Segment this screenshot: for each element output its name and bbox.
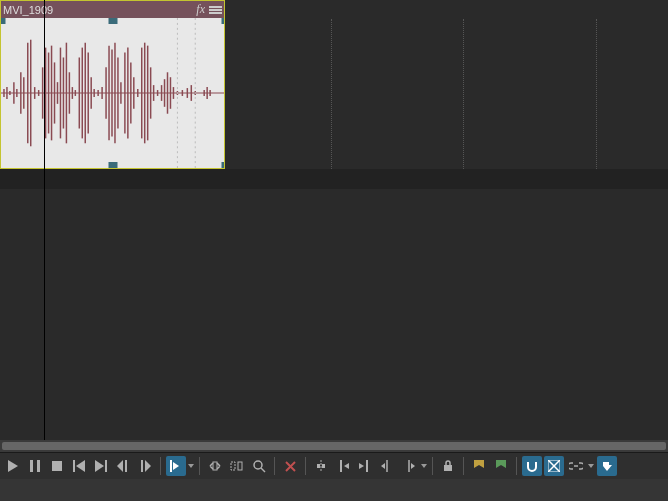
link-button[interactable]: [566, 456, 586, 476]
svg-marker-64: [8, 460, 18, 472]
mark-dropdown-icon[interactable]: [187, 464, 195, 468]
mark-in-button[interactable]: [166, 456, 186, 476]
svg-marker-77: [173, 462, 179, 470]
svg-rect-81: [238, 462, 242, 470]
step-fwd-button[interactable]: [135, 456, 155, 476]
svg-rect-79: [213, 462, 217, 470]
ripple-tool-button[interactable]: [227, 456, 247, 476]
horizontal-scrollbar[interactable]: [0, 440, 668, 452]
svg-rect-88: [322, 464, 325, 468]
lock-button[interactable]: [438, 456, 458, 476]
link-dropdown-icon[interactable]: [587, 464, 595, 468]
timeline-panel: MVI_1909 fx: [0, 0, 668, 440]
svg-marker-75: [145, 460, 151, 472]
toolbar-separator: [432, 457, 433, 475]
stop-button[interactable]: [47, 456, 67, 476]
keyframe-handle-icon[interactable]: [0, 18, 6, 24]
svg-rect-92: [366, 460, 368, 472]
svg-rect-67: [52, 461, 62, 471]
svg-marker-96: [411, 463, 415, 469]
keyframe-handle-icon[interactable]: [222, 18, 226, 24]
svg-rect-66: [37, 460, 40, 472]
svg-rect-87: [317, 464, 320, 468]
svg-marker-102: [588, 464, 594, 468]
svg-rect-74: [141, 460, 143, 472]
svg-rect-80: [231, 462, 235, 470]
zoom-tool-button[interactable]: [249, 456, 269, 476]
svg-marker-97: [421, 464, 427, 468]
marker-yellow-button[interactable]: [469, 456, 489, 476]
next-edit-button[interactable]: [355, 456, 375, 476]
fx-icon[interactable]: fx: [196, 2, 205, 17]
waveform-display: [1, 18, 224, 168]
scrollbar-thumb[interactable]: [2, 442, 666, 450]
svg-marker-69: [76, 460, 85, 472]
prev-button[interactable]: [69, 456, 89, 476]
clip-title-label: MVI_1909: [3, 4, 196, 16]
prev-edit-button[interactable]: [333, 456, 353, 476]
svg-rect-73: [125, 460, 127, 472]
audio-clip[interactable]: MVI_1909 fx: [0, 0, 225, 169]
time-ruler-tick: [331, 19, 332, 169]
svg-rect-98: [444, 465, 452, 471]
svg-rect-89: [340, 460, 342, 472]
pause-button[interactable]: [25, 456, 45, 476]
next-button[interactable]: [91, 456, 111, 476]
svg-rect-65: [30, 460, 33, 472]
clip-menu-icon[interactable]: [209, 3, 222, 16]
toolbar-separator: [516, 457, 517, 475]
marker-green-button[interactable]: [491, 456, 511, 476]
transport-toolbar: [0, 452, 668, 479]
tool-button[interactable]: [597, 456, 617, 476]
toolbar-separator: [199, 457, 200, 475]
track-separator: [0, 169, 668, 189]
playhead[interactable]: [44, 0, 45, 440]
svg-marker-70: [95, 460, 104, 472]
clip-header[interactable]: MVI_1909 fx: [1, 1, 224, 18]
snap-button[interactable]: [522, 456, 542, 476]
play-button[interactable]: [3, 456, 23, 476]
toolbar-separator: [305, 457, 306, 475]
keyframe-handle-icon[interactable]: [109, 18, 118, 24]
slip-tool-button[interactable]: [205, 456, 225, 476]
svg-line-83: [261, 468, 265, 472]
svg-rect-76: [170, 460, 172, 472]
time-ruler-tick: [463, 19, 464, 169]
step-back-button[interactable]: [113, 456, 133, 476]
svg-marker-91: [359, 463, 364, 469]
svg-point-82: [254, 461, 262, 469]
toolbar-separator: [463, 457, 464, 475]
svg-marker-90: [344, 463, 349, 469]
time-ruler-tick: [596, 19, 597, 169]
svg-marker-94: [381, 463, 385, 469]
split-left-button[interactable]: [377, 456, 397, 476]
svg-rect-68: [73, 460, 75, 472]
delete-button[interactable]: [280, 456, 300, 476]
razor-button[interactable]: [311, 456, 331, 476]
keyframe-handle-icon[interactable]: [109, 162, 118, 168]
svg-rect-71: [105, 460, 107, 472]
zero-cross-button[interactable]: [544, 456, 564, 476]
bottom-gutter: [0, 479, 668, 501]
svg-marker-72: [117, 460, 123, 472]
toolbar-separator: [160, 457, 161, 475]
toolbar-separator: [274, 457, 275, 475]
split-dropdown-icon[interactable]: [420, 464, 428, 468]
split-right-button[interactable]: [399, 456, 419, 476]
keyframe-handle-icon[interactable]: [222, 162, 226, 168]
svg-marker-78: [188, 464, 194, 468]
